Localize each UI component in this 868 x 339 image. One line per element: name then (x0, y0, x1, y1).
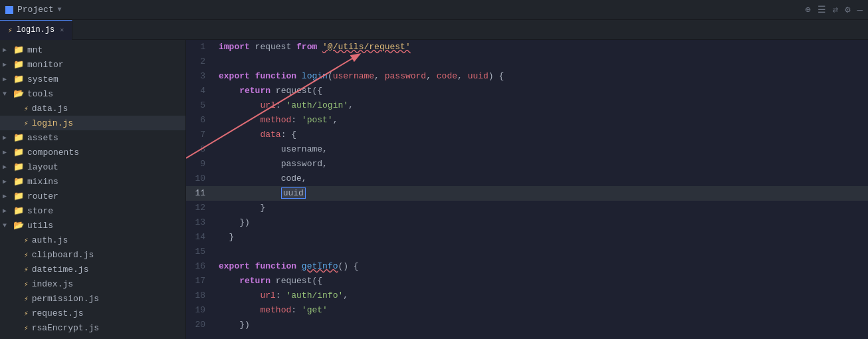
sidebar-item-label: login.js (32, 118, 73, 128)
sidebar-item-login-js[interactable]: ⚡ login.js (0, 116, 185, 130)
arrow-icon: ▶ (3, 60, 13, 68)
sidebar-item-label: clipboard.js (32, 250, 94, 260)
sidebar-item-clipboard-js[interactable]: ⚡ clipboard.js (0, 247, 185, 262)
arrow-icon: ▶ (3, 46, 13, 54)
line-content[interactable]: } (216, 230, 868, 245)
sidebar-item-label: layout (27, 162, 58, 172)
line-content[interactable]: return request({ (216, 274, 868, 288)
folder-icon: 📁 (13, 45, 24, 55)
code-line-19: 19 method: 'get' (186, 303, 868, 318)
tab-file-icon: ⚡ (8, 26, 13, 35)
line-number: 6 (186, 113, 216, 128)
minimize-icon[interactable]: — (857, 5, 863, 15)
sidebar-item-utils[interactable]: ▼ 📂 utils (0, 218, 185, 233)
folder-icon: 📁 (13, 176, 24, 187)
line-content[interactable]: method: 'get' (216, 303, 868, 318)
line-content[interactable]: uuid (216, 186, 868, 201)
sidebar-item-request-js[interactable]: ⚡ request.js (0, 306, 185, 320)
arrow-icon: ▼ (3, 90, 13, 98)
sidebar-item-components[interactable]: ▶ 📁 components (0, 145, 185, 160)
sidebar-item-mnt[interactable]: ▶ 📁 mnt (0, 43, 185, 57)
file-icon: ⚡ (24, 280, 29, 288)
sidebar-item-label: datetime.js (32, 265, 89, 275)
sidebar-item-monitor[interactable]: ▶ 📁 monitor (0, 57, 185, 72)
line-content[interactable]: method: 'post', (216, 113, 868, 128)
line-content[interactable]: url: 'auth/info', (216, 288, 868, 303)
sidebar-item-label: mnt (27, 45, 43, 55)
line-number: 8 (186, 142, 216, 157)
sidebar-item-assets[interactable]: ▶ 📁 assets (0, 130, 185, 145)
project-dropdown-icon[interactable]: ▼ (58, 6, 62, 13)
sidebar-item-label: data.js (32, 104, 68, 114)
project-icon (5, 6, 13, 14)
gear-icon[interactable]: ⚙ (845, 4, 850, 15)
line-number: 1 (186, 40, 216, 55)
code-line-7: 7 data: { (186, 128, 868, 142)
code-line-10: 10 code, (186, 171, 868, 186)
line-content[interactable]: export function getInfo() { (216, 259, 868, 274)
folder-icon: 📁 (13, 132, 24, 143)
code-line-1: 1 import request from '@/utils/request' (186, 40, 868, 55)
arrow-icon: ▶ (3, 75, 13, 83)
arrow-icon: ▶ (3, 134, 13, 142)
sidebar-item-label: utils (27, 221, 53, 231)
line-content[interactable]: url: 'auth/login', (216, 98, 868, 113)
code-line-4: 4 return request({ (186, 84, 868, 98)
arrow-icon: ▶ (3, 177, 13, 185)
sidebar-item-data-js[interactable]: ⚡ data.js (0, 101, 185, 116)
line-content[interactable]: return request({ (216, 84, 868, 98)
code-line-11: 11 uuid (186, 186, 868, 201)
sidebar-item-label: permission.js (32, 294, 99, 304)
line-number: 14 (186, 230, 216, 245)
sidebar-item-index-js[interactable]: ⚡ index.js (0, 277, 185, 291)
line-content[interactable]: data: { (216, 128, 868, 142)
sidebar-item-system[interactable]: ▶ 📁 system (0, 72, 185, 86)
sidebar-item-datetime-js[interactable]: ⚡ datetime.js (0, 262, 185, 277)
list-icon[interactable]: ☰ (817, 4, 826, 15)
line-content[interactable]: }) (216, 215, 868, 230)
sidebar-item-rsa-js[interactable]: ⚡ rsaEncrypt.js (0, 320, 185, 335)
sidebar-item-shortcuts-js[interactable]: ⚡ shortcuts.js (0, 335, 185, 339)
line-number: 15 (186, 245, 216, 259)
sidebar-item-auth-js[interactable]: ⚡ auth.js (0, 233, 185, 247)
tab-bar: ⚡ login.js ✕ (0, 20, 868, 40)
code-line-8: 8 username, (186, 142, 868, 157)
folder-icon: 📁 (13, 59, 24, 70)
line-content[interactable]: } (216, 201, 868, 215)
line-content[interactable]: username, (216, 142, 868, 157)
sidebar-item-label: assets (27, 133, 58, 143)
line-content[interactable]: password, (216, 157, 868, 171)
sidebar-item-layout[interactable]: ▶ 📁 layout (0, 160, 185, 174)
line-content[interactable]: code, (216, 171, 868, 186)
arrow-icon: ▶ (3, 148, 13, 156)
code-line-17: 17 return request({ (186, 274, 868, 288)
code-line-5: 5 url: 'auth/login', (186, 98, 868, 113)
project-label[interactable]: Project (17, 5, 54, 15)
file-icon: ⚡ (24, 309, 29, 318)
line-content[interactable]: import request from '@/utils/request' (216, 40, 868, 55)
split-icon[interactable]: ⇄ (833, 4, 838, 15)
code-editor[interactable]: 1 import request from '@/utils/request' … (186, 40, 868, 339)
sidebar-item-tools[interactable]: ▼ 📂 tools (0, 86, 185, 101)
tab-login-js[interactable]: ⚡ login.js ✕ (0, 20, 72, 40)
file-icon: ⚡ (24, 324, 29, 332)
code-line-12: 12 } (186, 201, 868, 215)
line-content[interactable]: }) (216, 318, 868, 332)
line-number: 5 (186, 98, 216, 113)
sidebar-item-mixins[interactable]: ▶ 📁 mixins (0, 174, 185, 189)
globe-icon[interactable]: ⊕ (805, 4, 810, 15)
line-number: 9 (186, 157, 216, 171)
code-line-9: 9 password, (186, 157, 868, 171)
sidebar-item-router[interactable]: ▶ 📁 router (0, 189, 185, 203)
arrow-icon: ▶ (3, 192, 13, 200)
code-line-6: 6 method: 'post', (186, 113, 868, 128)
arrow-icon: ▼ (3, 222, 13, 229)
folder-icon: 📁 (13, 191, 24, 201)
line-number: 10 (186, 171, 216, 186)
file-icon: ⚡ (24, 294, 29, 303)
sidebar-item-store[interactable]: ▶ 📁 store (0, 203, 185, 218)
tab-close-button[interactable]: ✕ (60, 26, 64, 34)
title-bar-left: Project ▼ (5, 5, 62, 15)
sidebar-item-permission-js[interactable]: ⚡ permission.js (0, 291, 185, 306)
line-content[interactable]: export function login(username, password… (216, 69, 868, 84)
